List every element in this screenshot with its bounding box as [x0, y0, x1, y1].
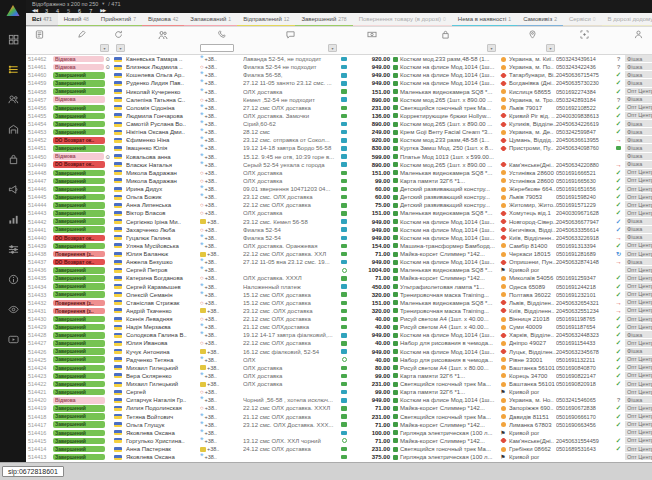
customer-name[interactable]: Ксенія Левадняя [126, 315, 200, 323]
ttn-number[interactable]: 0501690840870 [556, 364, 612, 372]
customer-name[interactable]: Солодкова Галина В.. [126, 331, 200, 339]
customer-name[interactable]: Іващенко Юлія [126, 144, 200, 152]
customer-name[interactable]: Горгулько Христина.. [126, 437, 200, 445]
customer-name[interactable]: Микола Бадражан [126, 177, 200, 185]
customer-phone[interactable]: *+38.. [200, 144, 243, 152]
order-status[interactable]: Завершений [52, 121, 110, 128]
customer-name[interactable]: Юлия Иванова [126, 339, 200, 347]
customer-name[interactable]: Єфименко Ніна [126, 136, 200, 144]
order-row[interactable]: 514419ЗавершенийЛилия Подолинская○+38..2… [26, 404, 652, 412]
customer-phone[interactable]: *+38.. [200, 234, 243, 242]
ttn-number[interactable]: 20450632654321 [556, 299, 612, 307]
order-row[interactable]: 514452DO Возврат ок..Єфименко Ніна*+38..… [26, 136, 652, 144]
country-filter-dropdown[interactable]: ▾ [116, 44, 125, 52]
ttn-number[interactable]: 0501691281689 [556, 250, 612, 258]
customer-phone[interactable]: *+38.. [200, 413, 243, 421]
order-row[interactable]: 514423ЗавершенийВера Скляренко*+38..ОЛХ … [26, 372, 652, 380]
customer-phone[interactable]: *+38.. [200, 429, 243, 437]
rows-per-page-caret-icon[interactable]: ▼ [101, 1, 105, 7]
customer-phone[interactable]: *+38.. [200, 396, 243, 404]
tab-Сервіси[interactable]: Сервіси0 [563, 13, 602, 27]
ttn-number[interactable]: 20450636613955 [556, 136, 612, 144]
order-status[interactable]: Завершений [52, 340, 110, 347]
customer-phone[interactable]: *+38.. [200, 372, 243, 380]
eye-icon[interactable] [8, 304, 19, 315]
order-status[interactable]: Завершений [52, 430, 110, 437]
ttn-number[interactable]: 0501691232101 [556, 291, 612, 299]
order-status[interactable]: Завершений [52, 275, 110, 282]
customer-phone[interactable]: *+38.. [200, 153, 243, 161]
order-status[interactable]: DO Возврат ок.. [52, 235, 110, 242]
order-row[interactable]: 514446ЗавершенийИрина Дидух*+38..09.01 з… [26, 185, 652, 193]
ttn-number[interactable]: 0503243439614 [556, 55, 612, 63]
column-comment-chat-icon[interactable] [243, 30, 338, 39]
tab-Відправлений[interactable]: Відправлений12 [237, 13, 295, 27]
customer-phone[interactable]: *+38.. [200, 437, 243, 445]
order-status[interactable]: Завершений [52, 218, 110, 225]
order-row[interactable]: 514433ЗавершенийОлексій Семанін*+38..15.… [26, 291, 652, 299]
order-row[interactable]: 514459ЗавершенийРуденко Лидия Пав..*+38.… [26, 79, 652, 87]
ttn-number[interactable]: 0501690663456 [556, 421, 612, 429]
customer-name[interactable]: Каневська Тамара .. [126, 55, 200, 63]
column-ttn-scan-icon[interactable] [556, 30, 612, 39]
customer-name[interactable]: Николай Кучеренко [126, 88, 200, 96]
order-row[interactable]: 514445ЗавершенийОльга Божик*+38..23.12 с… [26, 193, 652, 201]
ttn-number[interactable]: 0501691651656 [556, 185, 612, 193]
order-row[interactable]: 514414ЗавершенийАнна Пастернак+38..24.12… [26, 445, 652, 453]
order-row[interactable]: 514425ЗавершенийРадченко Тетяна*+38..ОЛХ… [26, 356, 652, 364]
customer-name[interactable]: Яковлева Оксана [126, 429, 200, 437]
customer-name[interactable]: Сергей Петров [126, 266, 200, 274]
order-row[interactable]: 514413ЗавершенийЯковлева Оксана*+38..375… [26, 453, 652, 461]
order-status[interactable]: Повернення (з.. [52, 308, 110, 315]
order-status[interactable]: Завершений [52, 129, 110, 136]
customer-name[interactable]: Сергієнко Іріна Ми.. [126, 218, 200, 226]
customer-phone[interactable]: ○+38.. [200, 201, 243, 209]
order-status[interactable]: DO Возврат ок.. [52, 137, 110, 144]
customer-name[interactable]: Андрій Ткаченко [126, 307, 200, 315]
order-status[interactable]: Завершений [52, 226, 110, 233]
ttn-number[interactable]: 0501690822147 [556, 372, 612, 380]
order-status[interactable]: Завершений [52, 178, 110, 185]
customer-name[interactable]: Віктор Власов [126, 209, 200, 217]
customer-phone[interactable]: ○+38.. [200, 169, 243, 177]
ttn-number[interactable]: 0501691154433 [556, 339, 612, 347]
customer-name[interactable]: Вера Скляренко [126, 372, 200, 380]
customer-phone[interactable]: *+38.. [200, 161, 243, 169]
customer-phone[interactable]: ○+38.. [200, 63, 243, 71]
customer-phone[interactable]: *+38.. [200, 242, 243, 250]
ttn-number[interactable]: 0501692108522 [556, 104, 612, 112]
customer-phone[interactable]: *+38.. [200, 283, 243, 291]
order-status[interactable]: Завершений [52, 88, 110, 95]
column-customer-people-icon[interactable] [126, 30, 200, 40]
order-status[interactable]: Завершений [52, 454, 110, 461]
customer-name[interactable]: Людмила Гончарова [126, 112, 200, 120]
ttn-number[interactable]: 20450634220880 [556, 161, 612, 169]
order-row[interactable]: 514432Повернення (з..Станіслав Стрижак○+… [26, 299, 652, 307]
customer-phone[interactable]: *+38.. [200, 331, 243, 339]
customer-phone[interactable]: *+38.. [200, 291, 243, 299]
ttn-number[interactable]: 20450632448323 [556, 331, 612, 339]
customer-phone[interactable]: *+38.. [200, 120, 243, 128]
order-status[interactable]: Завершений [52, 381, 110, 388]
order-status[interactable]: Завершений [52, 348, 110, 355]
info-icon[interactable] [8, 274, 19, 285]
order-status[interactable]: Завершений [52, 413, 110, 420]
tab-Прийнятий[interactable]: Прийнятий7 [95, 13, 142, 27]
order-status[interactable]: Завершений [52, 316, 110, 323]
order-row[interactable]: 514436ЗавершенийСергей Петров*+38..1004.… [26, 266, 652, 274]
order-row[interactable]: 514437DO Возврат ок..Анжела Безушко*+38.… [26, 258, 652, 266]
customer-name[interactable]: Михаил Гилецький [126, 364, 200, 372]
customer-phone[interactable]: +38.. [200, 364, 243, 372]
customer-phone[interactable]: *+38.. [200, 323, 243, 331]
customer-phone[interactable]: *+38.. [200, 185, 243, 193]
order-row[interactable]: 514460ЗавершенийКошелева Ольга Ар..*+38.… [26, 71, 652, 79]
ttn-number[interactable]: 0503242599847 [556, 128, 612, 136]
video-icon[interactable] [8, 334, 19, 345]
order-status[interactable]: DO Возврат ок.. [52, 161, 110, 168]
customer-name[interactable]: Михаил Гилецький [126, 380, 200, 388]
customer-phone[interactable]: +38.. [200, 307, 243, 315]
ttn-number[interactable]: 20450635730230 [556, 79, 612, 87]
order-status[interactable]: Завершений [52, 186, 110, 193]
customer-name[interactable]: Катерина Богданова [126, 274, 200, 282]
ttn-number[interactable]: 20400309838613 [556, 112, 612, 120]
